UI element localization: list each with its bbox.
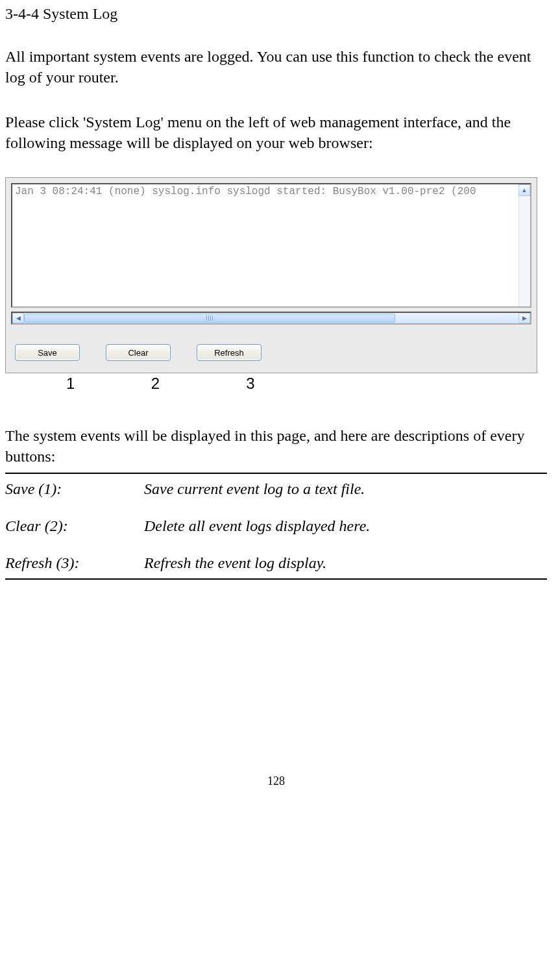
button-description-table: Save (1): Save current event log to a te… [5,473,547,580]
page-number: 128 [5,774,547,788]
clear-button[interactable]: Clear [106,344,171,361]
log-line: Jan 3 08:24:41 (none) syslog.info syslog… [12,184,530,199]
log-textarea[interactable]: Jan 3 08:24:41 (none) syslog.info syslog… [11,183,531,308]
scroll-left-button[interactable]: ◀ [12,313,24,323]
label-3: 3 [246,375,254,393]
label-1: 1 [66,375,147,393]
desc-clear-text: Delete all event logs displayed here. [144,517,370,535]
intro-paragraph-1: All important system events are logged. … [5,46,547,88]
desc-row-save: Save (1): Save current event log to a te… [5,480,547,498]
desc-save-label: Save (1): [5,480,144,498]
thumb-grip-icon [206,315,213,321]
intro-paragraph-2: Please click 'System Log' menu on the le… [5,112,547,154]
desc-refresh-text: Refresh the event log display. [144,554,326,572]
scroll-right-button[interactable]: ▶ [518,313,530,323]
description-intro: The system events will be displayed in t… [5,425,547,467]
desc-row-clear: Clear (2): Delete all event logs display… [5,517,547,535]
button-number-labels: 1 2 3 [5,375,547,393]
horizontal-scrollbar-track[interactable] [24,313,518,323]
horizontal-scrollbar[interactable]: ◀ ▶ [11,312,531,325]
desc-clear-label: Clear (2): [5,517,144,535]
refresh-button[interactable]: Refresh [197,344,262,361]
label-2: 2 [151,375,242,393]
system-log-screenshot: Jan 3 08:24:41 (none) syslog.info syslog… [5,177,537,373]
section-heading: 3-4-4 System Log [5,5,547,23]
desc-save-text: Save current event log to a text file. [144,480,365,498]
desc-row-refresh: Refresh (3): Refresh the event log displ… [5,554,547,572]
save-button[interactable]: Save [15,344,80,361]
vertical-scrollbar-track[interactable] [518,196,530,306]
scroll-up-button[interactable]: ▲ [518,184,530,196]
horizontal-scrollbar-thumb[interactable] [24,314,395,323]
button-row: Save Clear Refresh [6,330,537,373]
desc-refresh-label: Refresh (3): [5,554,144,572]
